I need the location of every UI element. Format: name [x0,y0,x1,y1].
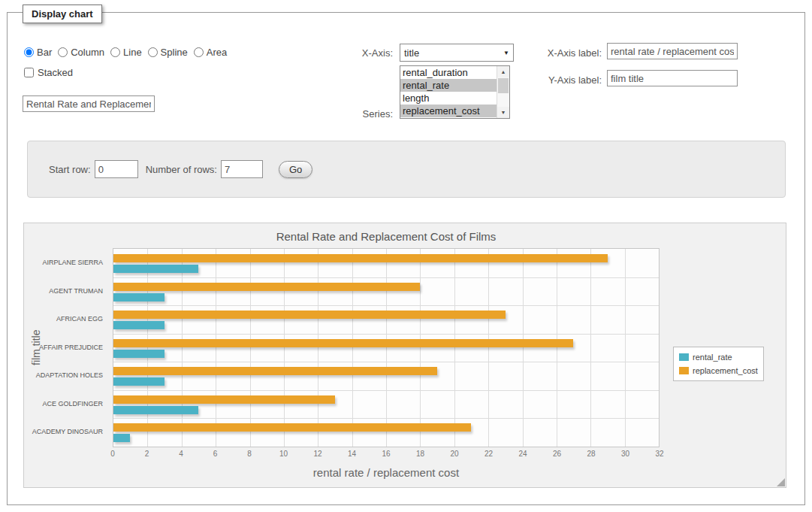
bar-replacement_cost [113,367,437,375]
series-listbox[interactable]: rental_durationrental_ratelengthreplacem… [400,65,510,119]
chart-type-radio-column[interactable] [58,47,68,57]
bar-replacement_cost [113,395,335,404]
series-option-replacement_cost[interactable]: replacement_cost [400,105,497,117]
x-tick-label: 14 [348,450,356,458]
gridline [182,249,183,447]
bar-rental_rate [113,350,165,358]
chart-type-radio-area[interactable] [194,47,204,57]
start-row-label: Start row: [49,164,91,175]
gridline [113,390,659,391]
bar-rental_rate [113,377,165,386]
y-axis-label-field-label: Y-Axis label: [489,74,602,86]
category-label: AIRPLANE SIERRA [24,259,103,266]
bar-replacement_cost [113,254,608,262]
bar-rental_rate [113,321,165,329]
number-of-rows-label: Number of rows: [146,164,217,175]
chart-type-radio-label: Spline [161,47,188,58]
gridline [147,249,148,447]
gridline [352,249,353,447]
legend-item-rental_rate: rental_rate [679,350,758,364]
scroll-down-icon[interactable]: ▼ [497,107,509,118]
chart-type-radio-label: Area [207,47,227,58]
x-tick-label: 32 [655,450,663,458]
stacked-checkbox[interactable] [24,68,34,77]
series-option-rental_duration[interactable]: rental_duration [400,66,497,79]
gridline [113,418,659,419]
x-axis-select-value: title [400,47,500,59]
gridline [523,249,524,447]
bar-replacement_cost [113,283,420,291]
legend-item-replacement_cost: replacement_cost [679,364,758,377]
row-range-panel: Start row: Number of rows: Go [27,141,786,198]
chart-type-option-line[interactable]: Line [110,47,142,58]
x-tick-label: 4 [179,450,183,458]
resize-handle-icon[interactable] [777,478,785,486]
gridline [625,249,626,447]
category-label: ACE GOLDFINGER [24,400,103,407]
series-option-rental_rate[interactable]: rental_rate [400,79,497,92]
stacked-label: Stacked [38,67,73,78]
x-tick-label: 8 [247,450,252,458]
chart-type-option-column[interactable]: Column [58,47,104,58]
bar-replacement_cost [113,311,506,319]
gridline [386,249,387,447]
category-label: ADAPTATION HOLES [24,371,103,379]
chart-type-radio-group: BarColumnLineSplineArea [24,44,233,59]
x-axis-label-input[interactable] [607,43,738,59]
gridline [488,249,489,447]
series-field-label: Series: [318,108,393,120]
gridline [318,249,318,447]
chart-type-radio-line[interactable] [110,47,120,57]
bar-rental_rate [113,265,198,273]
bar-rental_rate [113,406,198,414]
x-axis-field-label: X-Axis: [318,47,393,59]
display-chart-panel: Display chart BarColumnLineSplineArea St… [7,12,805,505]
chart-type-option-spline[interactable]: Spline [148,47,188,58]
go-button[interactable]: Go [279,161,312,178]
x-tick-label: 30 [621,450,629,458]
category-label: ACADEMY DINOSAUR [24,428,103,435]
legend-label: rental_rate [693,353,732,362]
number-of-rows-input[interactable] [221,160,263,178]
legend-swatch [679,367,689,374]
x-tick-label: 22 [484,450,493,458]
x-tick-label: 10 [279,450,288,458]
start-row-input[interactable] [95,160,138,178]
series-listbox-options: rental_durationrental_ratelengthreplacem… [400,66,497,118]
gridline [284,249,285,447]
chart-type-radio-bar[interactable] [24,47,34,57]
legend-swatch [679,353,689,361]
panel-legend[interactable]: Display chart [23,5,102,23]
gridline [113,305,659,306]
category-axis-labels: AIRPLANE SIERRAAGENT TRUMANAFRICAN EGGAF… [24,248,108,447]
x-axis-label-field-label: X-Axis label: [489,47,602,59]
chart-type-radio-spline[interactable] [148,47,158,57]
y-axis-label-input[interactable] [607,70,738,86]
chart-container: Rental Rate and Replacement Cost of Film… [23,223,786,488]
gridline [454,249,455,447]
bar-replacement_cost [113,339,573,347]
x-tick-label: 6 [213,450,218,458]
category-label: AFRICAN EGG [24,315,103,323]
chart-title-input[interactable] [23,95,155,112]
x-axis-ticks: 02468101214161820222426283032 [113,450,660,460]
x-tick-label: 0 [110,450,115,458]
category-label: AGENT TRUMAN [24,287,103,295]
gridline [113,362,659,362]
gridline [113,277,659,278]
x-tick-label: 18 [416,450,424,458]
gridline [590,249,591,447]
chart-type-option-bar[interactable]: Bar [24,47,52,58]
gridline [420,249,421,447]
chart-type-radio-label: Bar [37,47,52,58]
bar-replacement_cost [113,423,471,432]
series-option-length[interactable]: length [400,92,497,105]
legend-label: replacement_cost [693,366,758,375]
chart-x-axis-title: rental rate / replacement cost [113,466,660,479]
x-tick-label: 24 [518,450,527,458]
bar-rental_rate [113,293,165,301]
x-tick-label: 26 [553,450,561,458]
gridline [250,249,251,447]
stacked-option[interactable]: Stacked [24,67,73,78]
chart-type-option-area[interactable]: Area [194,47,227,58]
